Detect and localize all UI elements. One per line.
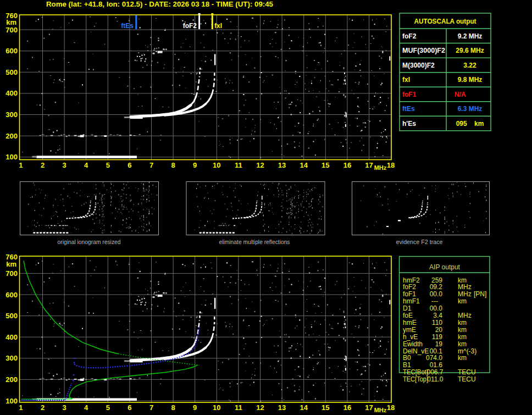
svg-text:006.7: 006.7 — [426, 368, 443, 376]
svg-text:10: 10 — [213, 161, 220, 169]
svg-text:8: 8 — [171, 161, 175, 169]
svg-text:700: 700 — [5, 26, 18, 34]
svg-text:hmE: hmE — [403, 319, 417, 327]
svg-text:3: 3 — [62, 161, 66, 169]
svg-text:400: 400 — [5, 89, 18, 97]
svg-text:9: 9 — [193, 403, 197, 412]
svg-text:AUTOSCALA output: AUTOSCALA output — [414, 18, 476, 25]
svg-text:MHz: MHz — [458, 290, 472, 298]
svg-text:evidence F2 trace: evidence F2 trace — [396, 239, 443, 245]
svg-text:11: 11 — [235, 161, 242, 169]
svg-text:200: 200 — [5, 375, 18, 384]
svg-text:12: 12 — [256, 403, 264, 412]
svg-text:N/A: N/A — [455, 91, 466, 98]
svg-text:095 km: 095 km — [456, 120, 484, 128]
svg-text:MHz: MHz — [374, 164, 387, 171]
svg-text:foE: foE — [403, 312, 413, 319]
svg-text:TECU: TECU — [458, 368, 476, 376]
svg-text:5: 5 — [106, 403, 110, 412]
svg-text:km: km — [458, 297, 467, 305]
svg-text:6: 6 — [128, 161, 131, 169]
svg-text:110: 110 — [432, 319, 442, 327]
svg-text:15: 15 — [322, 161, 329, 169]
svg-text:MUF(3000)F2: MUF(3000)F2 — [402, 47, 445, 54]
svg-text:7: 7 — [149, 161, 153, 169]
svg-text:m^(-3): m^(-3) — [458, 347, 476, 355]
svg-text:6.3 MHz: 6.3 MHz — [458, 105, 483, 113]
svg-text:12: 12 — [256, 161, 264, 169]
svg-text:D1: D1 — [403, 305, 412, 312]
svg-text:01.6: 01.6 — [430, 361, 443, 369]
svg-text:9: 9 — [193, 161, 197, 169]
svg-text:3: 3 — [62, 403, 66, 412]
svg-text:17: 17 — [365, 403, 373, 412]
svg-text:600: 600 — [5, 291, 18, 299]
svg-text:km: km — [458, 354, 467, 362]
svg-text:17: 17 — [365, 161, 373, 169]
svg-text:B1: B1 — [403, 361, 411, 369]
svg-text:Rome (lat: +41.8, lon: 012.5): Rome (lat: +41.8, lon: 012.5) - DATE: 20… — [46, 1, 273, 8]
svg-text:119: 119 — [432, 333, 442, 341]
svg-text:DelN_vE: DelN_vE — [403, 347, 429, 355]
svg-text:4: 4 — [84, 403, 88, 412]
svg-text:km: km — [458, 340, 467, 348]
svg-text:9.8 MHz: 9.8 MHz — [458, 76, 483, 84]
svg-text:9.2 MHz: 9.2 MHz — [458, 32, 483, 40]
svg-text:300: 300 — [5, 354, 18, 362]
svg-text:MHz: MHz — [458, 283, 472, 291]
svg-text:MHz: MHz — [374, 407, 387, 413]
svg-text:500: 500 — [5, 68, 18, 76]
svg-text:km: km — [458, 326, 467, 334]
svg-text:TECU: TECU — [458, 375, 476, 383]
svg-text:15: 15 — [322, 403, 329, 412]
svg-text:ymE: ymE — [403, 326, 416, 334]
svg-text:14: 14 — [300, 403, 308, 412]
svg-text:km: km — [458, 333, 467, 341]
svg-text:16: 16 — [343, 403, 351, 412]
svg-text:---: --- — [431, 297, 438, 305]
svg-text:19: 19 — [435, 340, 443, 348]
svg-text:foF2: foF2 — [402, 32, 417, 40]
svg-text:5: 5 — [106, 161, 110, 169]
svg-text:3.22: 3.22 — [463, 62, 476, 69]
svg-text:2: 2 — [41, 161, 45, 169]
svg-text:400: 400 — [5, 333, 18, 341]
svg-text:1: 1 — [19, 403, 23, 412]
svg-text:09.2: 09.2 — [430, 283, 443, 291]
svg-text:7: 7 — [149, 403, 153, 412]
svg-text:500: 500 — [5, 312, 18, 320]
svg-text:original ionogram resized: original ionogram resized — [58, 239, 121, 245]
svg-text:18: 18 — [387, 161, 395, 169]
svg-text:8: 8 — [171, 403, 175, 412]
svg-text:fxI: fxI — [214, 22, 222, 30]
svg-text:011.0: 011.0 — [427, 375, 443, 383]
svg-text:20: 20 — [435, 326, 443, 334]
svg-text:6: 6 — [128, 403, 131, 412]
svg-text:km: km — [458, 319, 467, 327]
svg-text:foF1: foF1 — [402, 91, 417, 98]
svg-text:2: 2 — [41, 403, 45, 412]
svg-text:074.0: 074.0 — [426, 354, 442, 362]
svg-text:h_vE: h_vE — [403, 333, 418, 341]
svg-text:700: 700 — [5, 269, 18, 278]
svg-text:foF2: foF2 — [183, 22, 197, 30]
svg-text:hmF2: hmF2 — [403, 276, 420, 284]
svg-text:hmF1: hmF1 — [403, 297, 420, 305]
svg-text:600: 600 — [5, 47, 18, 55]
svg-text:fxI: fxI — [402, 76, 410, 84]
svg-text:13: 13 — [278, 161, 286, 169]
svg-text:ftEs: ftEs — [402, 105, 415, 113]
svg-text:km: km — [6, 260, 16, 268]
svg-text:16: 16 — [343, 161, 351, 169]
svg-text:h'Es: h'Es — [402, 120, 416, 128]
svg-text:00.0: 00.0 — [430, 305, 443, 312]
svg-text:ftEs: ftEs — [121, 22, 134, 30]
svg-text:foF1: foF1 — [403, 290, 416, 298]
svg-text:foF2: foF2 — [403, 283, 416, 291]
svg-text:MHz: MHz — [458, 312, 472, 319]
svg-text:29.6 MHz: 29.6 MHz — [456, 47, 484, 54]
svg-text:200: 200 — [5, 132, 18, 140]
svg-text:10: 10 — [213, 403, 220, 412]
svg-text:300: 300 — [5, 110, 18, 119]
svg-text:km: km — [458, 276, 467, 284]
